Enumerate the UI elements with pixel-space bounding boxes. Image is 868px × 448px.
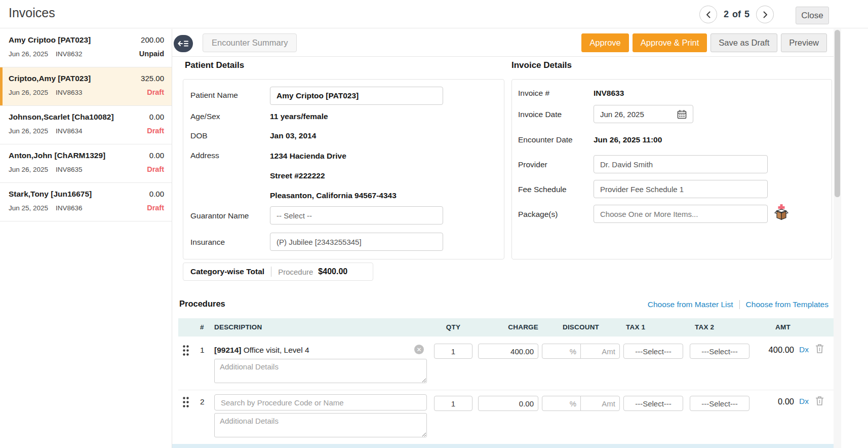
delete-row-button[interactable] xyxy=(815,396,824,407)
invoice-patient-name: Criptoo,Amy [PAT023] xyxy=(9,74,91,83)
invoice-amount: 0.00 xyxy=(149,113,164,121)
col-description: DESCRIPTION xyxy=(214,323,262,331)
procedure-name: Office visit, Level 4 xyxy=(241,346,309,354)
dx-link[interactable]: Dx xyxy=(799,397,809,406)
next-invoice-button[interactable] xyxy=(756,6,774,23)
divider xyxy=(739,300,740,309)
category-total-box: Category-wise Total Procedure $400.00 xyxy=(183,263,373,281)
procedures-links: Choose from Master List Choose from Temp… xyxy=(648,300,828,309)
invoice-pager: 2 of 5 xyxy=(699,6,774,23)
invoice-date: Jun 26, 2025 xyxy=(9,89,48,96)
tax2-select[interactable] xyxy=(690,396,749,411)
scrollbar-thumb[interactable] xyxy=(835,30,840,197)
fee-schedule-input[interactable] xyxy=(594,180,768,198)
top-bar: Invoices 2 of 5 Close xyxy=(0,0,868,28)
chevron-right-icon xyxy=(762,11,768,18)
trash-icon xyxy=(815,344,824,354)
status-badge: Draft xyxy=(147,88,164,96)
tax1-select[interactable] xyxy=(623,396,683,411)
save-as-draft-button[interactable]: Save as Draft xyxy=(711,33,777,52)
category-amount: $400.00 xyxy=(318,267,347,276)
col-discount: DISCOUNT xyxy=(542,323,620,331)
provider-label: Provider xyxy=(518,160,547,169)
guarantor-select[interactable] xyxy=(270,206,443,225)
procedure-row: 1 [99214] Office visit, Level 4 ✕ 400.00… xyxy=(178,337,834,390)
invoice-list-item[interactable]: Amy Criptoo [PAT023] 200.00 Jun 26, 2025… xyxy=(0,29,172,67)
drag-handle[interactable] xyxy=(182,396,189,410)
invoice-list-sidebar: Amy Criptoo [PAT023] 200.00 Jun 26, 2025… xyxy=(0,29,172,448)
row-amount: 0.00 xyxy=(749,397,794,406)
divider xyxy=(271,267,271,277)
age-sex-label: Age/Sex xyxy=(190,112,220,121)
drag-dots-icon xyxy=(182,345,189,356)
invoice-editor: Patient Details Patient Name Age/Sex 11 … xyxy=(172,57,834,448)
row-amount: 400.00 xyxy=(749,345,794,355)
page-title: Invoices xyxy=(9,6,55,20)
additional-details-textarea[interactable] xyxy=(214,413,427,437)
discount-percent-input[interactable] xyxy=(542,396,581,411)
close-button[interactable]: Close xyxy=(796,7,829,24)
bottom-scroll-strip xyxy=(172,444,834,448)
preview-button[interactable]: Preview xyxy=(781,33,827,52)
charge-input[interactable] xyxy=(478,344,538,359)
prev-invoice-button[interactable] xyxy=(699,6,717,23)
approve-print-button[interactable]: Approve & Print xyxy=(633,33,707,52)
patient-name-label: Patient Name xyxy=(190,91,238,100)
category-name: Procedure xyxy=(278,268,313,276)
invoice-patient-name: Amy Criptoo [PAT023] xyxy=(9,35,91,45)
guarantor-label: Guarantor Name xyxy=(190,211,249,220)
tax1-select[interactable] xyxy=(623,344,683,359)
invoice-list-item[interactable]: Johnson,Scarlet [Cha10082] 0.00 Jun 26, … xyxy=(0,106,172,144)
qty-input[interactable] xyxy=(434,396,472,411)
approve-button[interactable]: Approve xyxy=(581,33,628,52)
procedure-description: [99214] Office visit, Level 4 xyxy=(214,346,309,355)
delete-row-button[interactable] xyxy=(815,344,824,355)
invoice-number: INV8636 xyxy=(56,204,83,212)
pager-total: 5 xyxy=(744,9,749,20)
calendar-button[interactable] xyxy=(677,109,687,121)
discount-amount-input[interactable] xyxy=(580,344,620,359)
procedure-search-input[interactable] xyxy=(214,394,427,410)
drag-handle[interactable] xyxy=(182,345,189,358)
dob-label: DOB xyxy=(190,131,208,140)
invoice-list-item[interactable]: Stark,Tony [Jun16675] 0.00 Jun 25, 2025 … xyxy=(0,183,172,221)
package-picker-button[interactable] xyxy=(774,204,788,222)
invoice-number: INV8634 xyxy=(56,127,83,135)
discount-amount-input[interactable] xyxy=(580,396,620,411)
additional-details-textarea[interactable] xyxy=(214,359,427,383)
choose-from-master-list-link[interactable]: Choose from Master List xyxy=(648,300,733,309)
encounter-summary-button[interactable]: Encounter Summary xyxy=(203,33,297,52)
col-qty: QTY xyxy=(434,323,472,331)
pager-current: 2 xyxy=(724,9,729,20)
tax2-select[interactable] xyxy=(690,344,749,359)
address-line-1: 1234 Hacienda Drive xyxy=(270,146,397,166)
invoice-number: INV8633 xyxy=(56,89,83,96)
charge-input[interactable] xyxy=(478,396,538,411)
qty-input[interactable] xyxy=(434,344,472,359)
invoice-list-item-selected[interactable]: Criptoo,Amy [PAT023] 325.00 Jun 26, 2025… xyxy=(0,67,172,106)
status-badge: Draft xyxy=(147,204,164,212)
provider-input[interactable] xyxy=(594,155,768,173)
invoice-date-label: Invoice Date xyxy=(518,110,562,119)
address-line-3: Pleasanton, California 94567-4343 xyxy=(270,185,397,205)
insurance-input[interactable] xyxy=(270,233,443,251)
invoice-details-card: Invoice # INV8633 Invoice Date Encounter… xyxy=(511,79,832,259)
invoice-patient-name: Stark,Tony [Jun16675] xyxy=(9,190,92,199)
invoice-amount: 0.00 xyxy=(149,190,164,198)
row-number: 1 xyxy=(200,346,205,355)
encounter-date-value: Jun 26, 2025 11:00 xyxy=(594,135,662,144)
age-sex-value: 11 years/female xyxy=(270,112,328,121)
discount-percent-input[interactable] xyxy=(542,344,581,359)
vertical-scrollbar[interactable] xyxy=(834,29,841,448)
address-value: 1234 Hacienda Drive Street #222222 Pleas… xyxy=(270,146,397,205)
package-box-icon xyxy=(774,204,788,220)
remove-procedure-button[interactable]: ✕ xyxy=(414,345,424,354)
patient-details-card: Patient Name Age/Sex 11 years/female DOB… xyxy=(183,79,504,259)
invoice-patient-name: Johnson,Scarlet [Cha10082] xyxy=(9,113,114,122)
invoice-list-item[interactable]: Anton,John [ChARM1329] 0.00 Jun 26, 2025… xyxy=(0,144,172,183)
packages-input[interactable] xyxy=(594,205,768,223)
choose-from-templates-link[interactable]: Choose from Templates xyxy=(746,300,828,309)
collapse-sidebar-button[interactable] xyxy=(174,35,193,52)
patient-name-input[interactable] xyxy=(270,87,443,105)
dx-link[interactable]: Dx xyxy=(799,345,809,354)
